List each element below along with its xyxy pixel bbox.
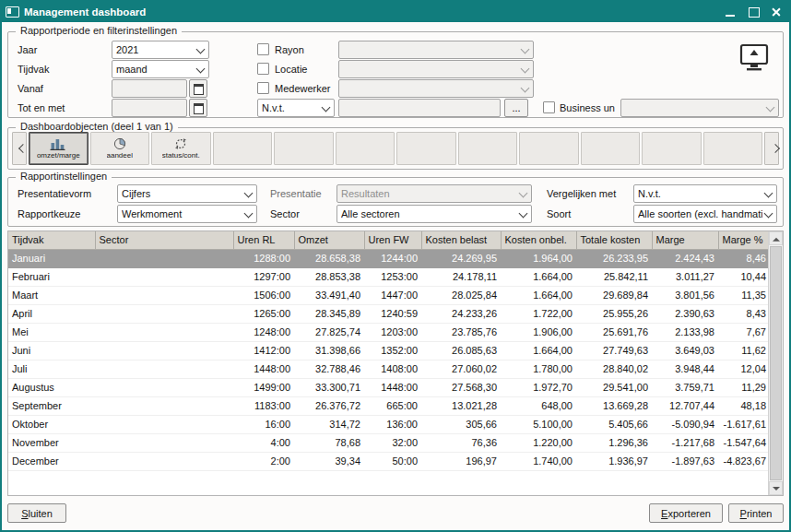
column-header[interactable]: Kosten onbel. xyxy=(501,231,576,249)
vertical-scrollbar[interactable] xyxy=(768,231,783,495)
tijdvak-select[interactable]: maand xyxy=(112,60,209,78)
business-unit-select[interactable] xyxy=(620,99,779,117)
column-header[interactable]: Marge xyxy=(652,231,718,249)
table-row[interactable]: December2:0039,3450:00196,971.740,001.93… xyxy=(8,452,770,470)
dashboard-prev-button[interactable] xyxy=(12,132,27,165)
chevron-down-icon xyxy=(244,190,253,198)
table-cell: 76,36 xyxy=(421,433,501,452)
vanaf-input[interactable] xyxy=(112,79,187,98)
browse-button[interactable]: ... xyxy=(504,99,528,117)
dashboard-item-aandeel[interactable]: aandeel xyxy=(90,132,150,165)
table-row[interactable]: September1183:0026.376,72665:0013.021,28… xyxy=(8,396,770,415)
dashboard-next-button[interactable] xyxy=(764,132,779,165)
titlebar[interactable]: Management dashboard xyxy=(2,2,789,22)
scrollbar-thumb[interactable] xyxy=(770,246,782,480)
table-cell xyxy=(95,286,233,304)
table-row[interactable]: Februari1297:0028.853,381253:0024.178,11… xyxy=(8,267,770,286)
vergelijken-met-select[interactable]: N.v.t. xyxy=(633,184,777,203)
table-cell: 26.233,95 xyxy=(576,249,652,267)
presentatievorm-select[interactable]: Cijfers xyxy=(117,184,257,203)
column-header[interactable]: Sector xyxy=(95,231,233,249)
table-cell: 16:00 xyxy=(233,415,294,433)
report-settings-legend: Rapportinstellingen xyxy=(16,171,112,182)
soort-label: Soort xyxy=(547,205,571,223)
locatie-checkbox[interactable] xyxy=(257,63,269,75)
vanaf-calendar-button[interactable] xyxy=(189,79,207,98)
maximize-button[interactable] xyxy=(744,4,762,20)
filter-input[interactable] xyxy=(338,99,501,117)
dashboard-item-empty[interactable] xyxy=(213,132,273,165)
locatie-label: Locatie xyxy=(275,60,307,78)
dashboard-item-empty[interactable] xyxy=(642,132,702,165)
medewerker-label: Medewerker xyxy=(275,79,331,98)
dashboard-item-omzet-marge[interactable]: omzet/marge xyxy=(29,132,89,165)
nvt-select[interactable]: N.v.t. xyxy=(257,99,335,117)
table-row[interactable]: April1265:0028.345,891240:5924.233,261.7… xyxy=(8,304,770,323)
table-row[interactable]: Mei1248:0027.825,741203:0023.785,761.906… xyxy=(8,323,770,341)
jaar-label: Jaar xyxy=(18,41,37,59)
dashboard-item-empty[interactable] xyxy=(581,132,641,165)
table-row[interactable]: Augustus1499:0033.300,711448:0027.568,30… xyxy=(8,378,770,396)
table-row[interactable]: Oktober16:00314,72136:00305,665.100,005.… xyxy=(8,415,770,433)
table-cell: 1248:00 xyxy=(233,323,294,341)
table-row[interactable]: Juni1412:0031.398,661352:0026.085,631.66… xyxy=(8,341,770,360)
table-cell: 11,35 xyxy=(718,286,770,304)
column-header[interactable]: Kosten belast xyxy=(421,231,501,249)
report-settings-group: Rapportinstellingen Presentatievorm Cijf… xyxy=(7,177,784,227)
medewerker-select[interactable] xyxy=(338,79,534,98)
tot-en-met-input[interactable] xyxy=(112,99,187,117)
dashboard-item-empty[interactable] xyxy=(458,132,518,165)
table-cell: 3.948,44 xyxy=(652,360,718,378)
tot-en-met-calendar-button[interactable] xyxy=(189,99,207,117)
printen-button[interactable]: Printen xyxy=(728,503,784,523)
dashboard-item-status-cont[interactable]: status/cont. xyxy=(151,132,211,165)
table-cell: 5.100,00 xyxy=(501,415,576,433)
rapportkeuze-select[interactable]: Werkmoment xyxy=(117,205,257,223)
table-row[interactable]: Juli1448:0032.788,461408:0027.060,021.78… xyxy=(8,360,770,378)
table-cell: 8,43 xyxy=(718,304,770,323)
sluiten-button[interactable]: Sluiten xyxy=(7,503,66,523)
table-cell: 1240:59 xyxy=(364,304,421,323)
exporteren-button[interactable]: Exporteren xyxy=(649,503,723,523)
close-button[interactable] xyxy=(767,4,785,20)
locatie-select[interactable] xyxy=(338,60,534,78)
rayon-checkbox[interactable] xyxy=(257,43,269,55)
table-cell: 3.011,27 xyxy=(652,267,718,286)
rayon-select[interactable] xyxy=(338,41,534,59)
table-cell: 1.296,36 xyxy=(576,433,652,452)
scroll-up-icon[interactable] xyxy=(769,231,783,245)
dashboard-item-empty[interactable] xyxy=(274,132,334,165)
minimize-button[interactable] xyxy=(721,4,739,20)
table-cell: 3.649,03 xyxy=(652,341,718,360)
dashboard-item-empty[interactable] xyxy=(703,132,763,165)
column-header[interactable]: Tijdvak xyxy=(8,231,95,249)
column-header[interactable]: Totale kosten xyxy=(576,231,652,249)
soort-select[interactable]: Alle soorten (excl. handmatig xyxy=(633,205,777,223)
table-cell: 33.300,71 xyxy=(294,378,364,396)
dashboard-slots: omzet/marge aandeel st xyxy=(29,132,762,165)
table-row[interactable]: Maart1506:0033.491,401447:0028.025,841.6… xyxy=(8,286,770,304)
dashboard-item-empty[interactable] xyxy=(519,132,579,165)
table-row[interactable]: November4:0078,6832:0076,361.220,001.296… xyxy=(8,433,770,452)
table-cell: 12.707,44 xyxy=(652,396,718,415)
table-row[interactable]: Januari1288:0028.658,381244:0024.269,951… xyxy=(8,249,770,267)
fullscreen-dashboard-button[interactable] xyxy=(733,40,775,75)
scroll-down-icon[interactable] xyxy=(769,481,783,495)
bar-chart-icon xyxy=(50,137,66,150)
dashboard-item-empty[interactable] xyxy=(396,132,456,165)
column-header[interactable]: Uren FW xyxy=(364,231,421,249)
column-header[interactable]: Omzet xyxy=(294,231,364,249)
column-header[interactable]: Uren RL xyxy=(233,231,294,249)
table-cell: 305,66 xyxy=(421,415,501,433)
table-cell: November xyxy=(8,433,95,452)
business-unit-checkbox[interactable] xyxy=(543,101,555,113)
presentatie-select[interactable]: Resultaten xyxy=(336,184,532,203)
table-cell: 1253:00 xyxy=(364,267,421,286)
dashboard-objects-group: Dashboardobjecten (deel 1 van 1) omzet/m… xyxy=(7,127,784,170)
medewerker-checkbox[interactable] xyxy=(257,82,269,94)
jaar-select[interactable]: 2021 xyxy=(112,41,209,59)
sector-select[interactable]: Alle sectoren xyxy=(336,205,532,223)
column-header[interactable]: Marge % xyxy=(718,231,770,249)
dashboard-item-empty[interactable] xyxy=(336,132,396,165)
table-cell: 665:00 xyxy=(364,396,421,415)
